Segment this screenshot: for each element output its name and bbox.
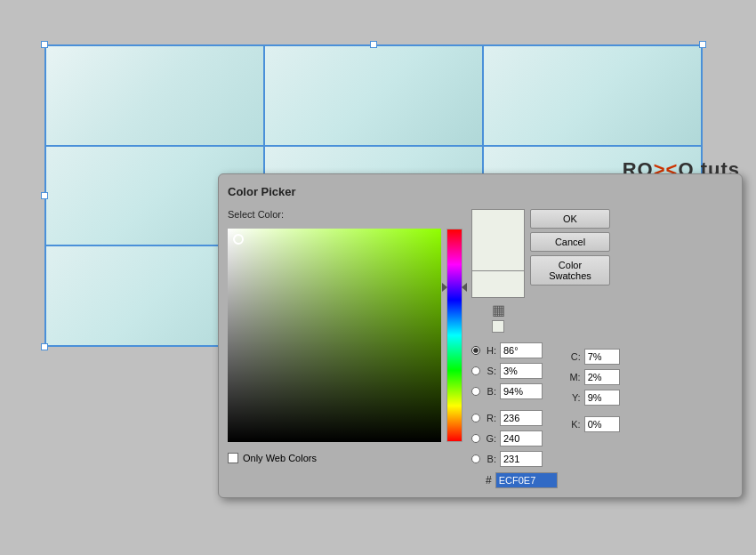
color-preview-new (471, 209, 525, 271)
hex-row: # (471, 472, 558, 488)
cmyk-fields: C: M: Y: K: (568, 342, 620, 488)
s-label: S: (484, 366, 496, 376)
b2-input[interactable] (500, 451, 543, 467)
g-radio[interactable] (471, 434, 480, 443)
g-input[interactable] (500, 430, 543, 446)
grid-cell (264, 45, 483, 146)
b2-field-row: B: (471, 450, 558, 468)
hue-slider[interactable] (446, 229, 462, 442)
c-field-row: C: (568, 348, 620, 366)
s-input[interactable] (500, 363, 543, 379)
grid-cell (483, 45, 702, 146)
b-label: B: (484, 386, 496, 397)
top-right: ▦ OK Cancel Color Swatches (471, 209, 733, 333)
right-section: ▦ OK Cancel Color Swatches H: (471, 209, 733, 488)
hsb-rgb-fields: H: S: B: (471, 342, 558, 488)
color-swatches-button[interactable]: Color Swatches (530, 255, 610, 286)
s-field-row: S: (471, 362, 558, 380)
hue-arrow-left (442, 283, 447, 292)
grid-cell (45, 45, 264, 146)
gradient-picker[interactable] (228, 229, 441, 442)
hex-label: # (486, 474, 492, 487)
hex-input[interactable] (495, 472, 558, 488)
web-colors-row: Only Web Colors (228, 453, 462, 463)
y-label: Y: (568, 392, 581, 403)
m-field-row: M: (568, 368, 620, 386)
r-field-row: R: (471, 409, 558, 427)
h-field-row: H: (471, 342, 558, 359)
k-label: K: (568, 419, 581, 430)
web-colors-label: Only Web Colors (243, 453, 317, 463)
cancel-button[interactable]: Cancel (530, 232, 610, 252)
g-label: G: (484, 433, 496, 444)
m-input[interactable] (584, 369, 620, 385)
web-colors-checkbox[interactable] (228, 453, 238, 463)
dialog-title: Color Picker (228, 183, 733, 200)
fields-section: H: S: B: (471, 342, 733, 488)
h-radio[interactable] (471, 346, 480, 355)
h-label: H: (484, 345, 496, 356)
r-label: R: (484, 413, 496, 423)
ok-button[interactable]: OK (530, 209, 610, 229)
b2-radio[interactable] (471, 454, 480, 463)
y-field-row: Y: (568, 389, 620, 406)
b-field-row: B: (471, 382, 558, 400)
b-input[interactable] (500, 383, 543, 399)
gradient-background (228, 229, 441, 442)
color-preview-current (471, 271, 525, 298)
y-input[interactable] (584, 390, 620, 406)
k-field-row: K: (568, 415, 620, 433)
k-input[interactable] (584, 416, 620, 432)
m-label: M: (568, 372, 581, 382)
buttons-column: OK Cancel Color Swatches (530, 209, 610, 286)
r-input[interactable] (500, 410, 543, 426)
s-radio[interactable] (471, 366, 480, 375)
color-picker-dialog: Color Picker Select Color: (218, 173, 743, 498)
b2-label: B: (484, 454, 496, 464)
c-label: C: (568, 351, 581, 362)
small-color-swatch (492, 320, 504, 333)
select-color-label: Select Color: (228, 209, 462, 220)
c-input[interactable] (584, 349, 620, 365)
h-input[interactable] (500, 342, 543, 358)
r-radio[interactable] (471, 414, 480, 422)
web-colors-icon[interactable]: ▦ (492, 302, 505, 318)
g-field-row: G: (471, 430, 558, 447)
hue-arrow-right (462, 283, 467, 292)
b-radio[interactable] (471, 387, 480, 396)
picker-circle (233, 234, 244, 245)
color-preview-area: ▦ (471, 209, 525, 333)
